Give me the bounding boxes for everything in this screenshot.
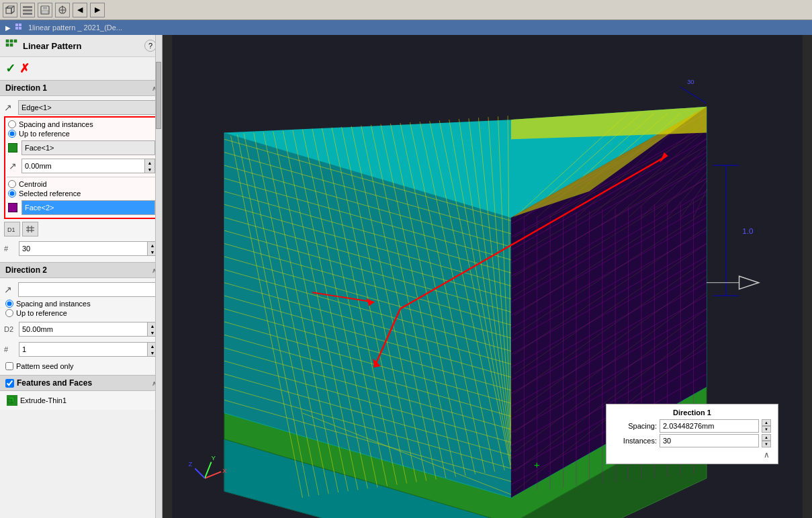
extrude-label: Extrude-Thin1 <box>20 396 66 404</box>
direction1-content: ↗ Edge<1> Spacing and instances Up to re… <box>0 96 162 262</box>
main-area: Linear Pattern ? ✓ ✗ Direction 1 ∧ ↗ Edg… <box>0 35 812 518</box>
offset-down-btn[interactable]: ▼ <box>145 166 154 173</box>
selected-ref-radio[interactable]: Selected reference <box>8 189 154 198</box>
instances1-row: # 30 ▲ ▼ <box>4 239 158 258</box>
svg-text:D1: D1 <box>7 226 15 233</box>
direction2-title: Direction 2 <box>5 265 47 275</box>
svg-text:Z: Z <box>189 460 193 468</box>
dir2-spacing-radio[interactable]: Spacing and instances <box>5 300 156 308</box>
scroll-right-icon[interactable]: ▶ <box>90 3 105 17</box>
pattern-icon <box>15 23 24 32</box>
svg-rect-23 <box>10 44 13 46</box>
up-to-ref-radio[interactable]: Up to reference <box>8 130 154 138</box>
edge2-row: ↗ <box>4 282 158 297</box>
svg-rect-20 <box>10 40 13 42</box>
cancel-button[interactable]: ✗ <box>19 61 30 76</box>
info-spacing-spinner: ▲ ▼ <box>762 419 771 433</box>
info-collapse-icon[interactable]: ∧ <box>762 450 771 460</box>
pattern-seed-checkbox[interactable] <box>5 362 13 370</box>
svg-rect-18 <box>19 27 21 30</box>
direction2-content: ↗ Spacing and instances Up to reference <box>0 278 162 375</box>
action-buttons: ✓ ✗ <box>0 57 162 80</box>
dir2-spacing-icon: D2 <box>4 325 16 333</box>
face2-field[interactable]: Face<2> <box>21 200 155 215</box>
arrows-icon[interactable] <box>55 3 70 17</box>
viewport: 1.0 30 + X Y Z Direction 1 Spaci <box>163 35 812 518</box>
confirm-button[interactable]: ✓ <box>5 61 15 76</box>
svg-rect-16 <box>19 24 21 26</box>
up-to-ref-input[interactable] <box>8 130 16 138</box>
spacing-instances-radio[interactable]: Spacing and instances <box>8 120 154 128</box>
info-instances-row: Instances: 30 ▲ ▼ <box>613 434 771 447</box>
direction2-section-header[interactable]: Direction 2 ∧ <box>0 262 162 278</box>
offset-arrow-icon: ↗ <box>7 160 19 172</box>
dir2-up-to-ref-input[interactable] <box>5 309 13 317</box>
spacing-instances-label: Spacing and instances <box>19 120 93 128</box>
info-instances-spinner: ▲ ▼ <box>762 434 771 447</box>
features-checkbox[interactable] <box>5 379 14 388</box>
instances1-input[interactable]: 30 <box>19 241 147 256</box>
info-box-title: Direction 1 <box>613 408 771 417</box>
pattern-seed-row: Pattern seed only <box>4 360 158 372</box>
offset-row: ↗ 0.00mm ▲ ▼ <box>7 157 155 175</box>
dir2-spacing-input[interactable] <box>5 300 13 308</box>
left-panel: Linear Pattern ? ✓ ✗ Direction 1 ∧ ↗ Edg… <box>0 35 163 518</box>
direction1-toolbar: D1 <box>4 220 158 238</box>
instances1-spinner: 30 ▲ ▼ <box>19 241 158 256</box>
scroll-left-icon[interactable]: ◀ <box>73 3 87 17</box>
svg-rect-9 <box>43 6 47 9</box>
panel-scroll-area[interactable]: Linear Pattern ? ✓ ✗ Direction 1 ∧ ↗ Edg… <box>0 35 162 518</box>
svg-rect-29 <box>8 399 12 403</box>
dir2-up-to-ref-label: Up to reference <box>16 309 67 317</box>
svg-text:Y: Y <box>212 454 216 462</box>
centroid-label: Centroid <box>19 180 47 188</box>
svg-rect-15 <box>15 24 18 26</box>
direction2-arrow-icon: ↗ <box>4 284 16 295</box>
selected-ref-label: Selected reference <box>19 189 81 198</box>
edge2-field[interactable] <box>18 282 158 297</box>
info-instances-label: Instances: <box>613 437 657 445</box>
list-icon[interactable] <box>20 3 35 17</box>
info-instances-down[interactable]: ▼ <box>762 441 771 447</box>
edge1-field[interactable]: Edge<1> <box>18 100 158 115</box>
red-outline-box: Spacing and instances Up to reference Fa… <box>4 116 158 219</box>
info-spacing-down[interactable]: ▼ <box>762 426 771 433</box>
hash-btn[interactable] <box>22 222 38 236</box>
dir2-spacing-input-field[interactable]: 50.00mm <box>19 322 147 337</box>
dir2-spacing-label: Spacing and instances <box>16 300 91 308</box>
info-instances-input[interactable]: 30 <box>660 434 759 447</box>
dir2-spacing-spinner: 50.00mm ▲ ▼ <box>19 322 158 337</box>
centroid-input[interactable] <box>8 180 16 188</box>
panel-scrollbar[interactable] <box>155 35 162 518</box>
face2-row: Face<2> <box>7 200 155 215</box>
info-box: Direction 1 Spacing: 2.03448276mm ▲ ▼ In… <box>606 404 778 464</box>
face1-field[interactable]: Face<1> <box>21 140 155 155</box>
direction-arrow-icon: ↗ <box>4 102 16 113</box>
features-content: Extrude-Thin1 <box>0 391 162 410</box>
feature-item-extrude[interactable]: Extrude-Thin1 <box>4 394 158 407</box>
offset-input[interactable]: 0.00mm <box>21 159 144 173</box>
dir2-instances-input[interactable]: 1 <box>19 342 147 357</box>
offset-spinner: 0.00mm ▲ ▼ <box>21 159 155 173</box>
offset-up-btn[interactable]: ▲ <box>145 159 154 166</box>
save-icon[interactable] <box>38 3 52 17</box>
offset-spinner-btns: ▲ ▼ <box>144 159 155 173</box>
info-spacing-input[interactable]: 2.03448276mm <box>660 419 759 433</box>
selected-ref-input[interactable] <box>8 189 16 198</box>
direction1-title: Direction 1 <box>5 83 47 93</box>
features-section-header[interactable]: Features and Faces ∧ <box>0 375 162 391</box>
dir2-up-to-ref-radio[interactable]: Up to reference <box>5 309 156 317</box>
direction1-section-header[interactable]: Direction 1 ∧ <box>0 80 162 96</box>
expand-tree-icon[interactable]: ▶ <box>5 24 11 32</box>
d1-btn[interactable]: D1 <box>4 222 20 236</box>
info-spacing-up[interactable]: ▲ <box>762 419 771 426</box>
centroid-radio[interactable]: Centroid <box>8 180 154 188</box>
edge1-row: ↗ Edge<1> <box>4 100 158 115</box>
svg-rect-7 <box>23 13 32 15</box>
cube-icon[interactable] <box>3 3 17 17</box>
spacing-instances-input[interactable] <box>8 120 16 128</box>
info-instances-up[interactable]: ▲ <box>762 434 771 441</box>
info-spacing-label: Spacing: <box>613 422 657 430</box>
panel-scrollbar-thumb[interactable] <box>156 62 161 129</box>
face2-purple-icon <box>8 203 17 212</box>
